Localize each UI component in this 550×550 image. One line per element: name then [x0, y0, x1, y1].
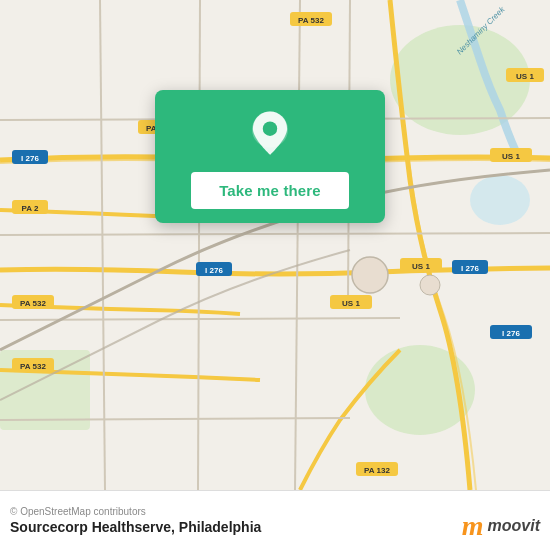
map-background: I 276 PA 2 PA 532 PA 532 US 1 US 1 US 1 … — [0, 0, 550, 490]
svg-text:PA 132: PA 132 — [364, 466, 390, 475]
svg-text:PA 532: PA 532 — [20, 299, 46, 308]
location-card: Take me there — [155, 90, 385, 223]
location-name: Sourcecorp Healthserve, Philadelphia — [10, 519, 261, 535]
svg-text:US 1: US 1 — [516, 72, 534, 81]
take-me-there-button[interactable]: Take me there — [191, 172, 349, 209]
svg-text:PA 2: PA 2 — [22, 204, 39, 213]
svg-point-45 — [263, 122, 277, 136]
moovit-logo: m moovit — [462, 512, 540, 540]
svg-text:I 276: I 276 — [21, 154, 39, 163]
moovit-brand-text: moovit — [488, 517, 540, 535]
svg-text:I 276: I 276 — [205, 266, 223, 275]
svg-point-4 — [470, 175, 530, 225]
bottom-bar: © OpenStreetMap contributors Sourcecorp … — [0, 490, 550, 550]
svg-text:US 1: US 1 — [342, 299, 360, 308]
svg-text:I 276: I 276 — [502, 329, 520, 338]
map-view: I 276 PA 2 PA 532 PA 532 US 1 US 1 US 1 … — [0, 0, 550, 490]
osm-credit: © OpenStreetMap contributors — [10, 506, 540, 517]
svg-text:PA 532: PA 532 — [298, 16, 324, 25]
svg-point-42 — [352, 257, 388, 293]
svg-text:US 1: US 1 — [502, 152, 520, 161]
svg-text:PA 532: PA 532 — [20, 362, 46, 371]
map-pin-icon — [243, 108, 297, 162]
svg-point-43 — [420, 275, 440, 295]
osm-credit-text: © OpenStreetMap contributors — [10, 506, 146, 517]
svg-text:I 276: I 276 — [461, 264, 479, 273]
svg-text:US 1: US 1 — [412, 262, 430, 271]
moovit-m-letter: m — [462, 512, 484, 540]
